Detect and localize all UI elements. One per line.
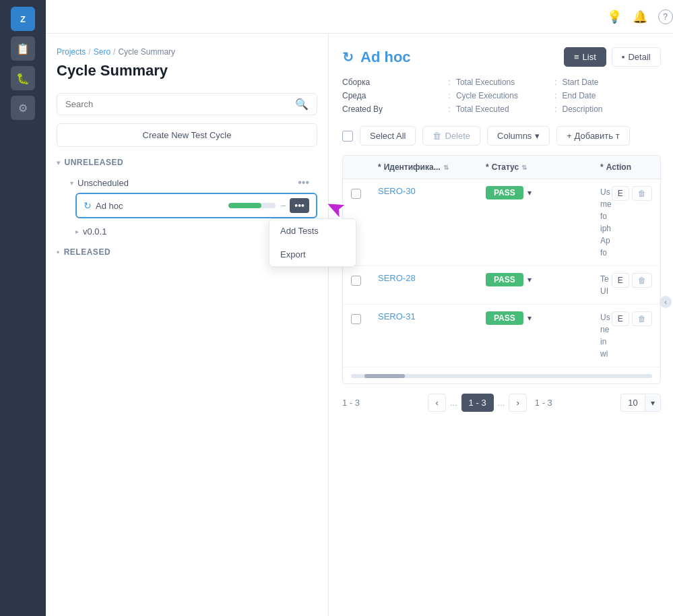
row3-desc: Us ne in wi — [600, 311, 612, 360]
list-view-button[interactable]: ≡ List — [564, 47, 606, 67]
row1-desc: Us me fo iph Ap fo — [600, 186, 612, 259]
detail-view-button[interactable]: ▪ Detail — [612, 47, 661, 67]
unscheduled-menu-button[interactable]: ••• — [294, 175, 313, 190]
select-all-checkbox[interactable] — [342, 131, 353, 142]
row2-delete-button[interactable]: 🗑 — [632, 273, 652, 288]
unscheduled-label: Unscheduled — [77, 178, 129, 188]
th-id-sort-icon[interactable]: ⇅ — [443, 164, 449, 171]
row3-id-link[interactable]: SERO-31 — [378, 311, 416, 321]
unscheduled-chevron-icon: ▾ — [70, 179, 73, 187]
row2-checkbox[interactable] — [343, 266, 370, 292]
content-area: Projects / Sero / Cycle Summary Cycle Su… — [46, 34, 673, 616]
version-label: v0.0.1 — [83, 226, 106, 237]
breadcrumb: Projects / Sero / Cycle Summary — [57, 47, 317, 57]
meta-row-3: : Start Date — [554, 78, 661, 87]
th-status[interactable]: * Статус ⇅ — [478, 156, 592, 179]
row1-edit-button[interactable]: E — [612, 186, 629, 201]
row1-id-link[interactable]: SERO-30 — [378, 186, 416, 196]
horizontal-scrollbar[interactable] — [343, 367, 660, 383]
main-panel: ↻ Ad hoc ≡ List ▪ Detail — [329, 34, 673, 616]
meta-row-6: : End Date — [554, 91, 661, 100]
th-status-sort-icon[interactable]: ⇅ — [521, 164, 527, 171]
meta-row-8: : Total Executed — [449, 104, 555, 114]
row2-pass-label: PASS — [486, 273, 523, 286]
row3-delete-button[interactable]: 🗑 — [632, 311, 652, 326]
help-icon[interactable]: ? — [658, 9, 673, 24]
th-action[interactable]: * Action — [592, 156, 660, 179]
page-range-left: 1 - 3 — [342, 398, 360, 408]
current-page-button[interactable]: 1 - 3 — [461, 394, 494, 412]
table-row: SERO-31 PASS ▾ Us ne in wi — [343, 305, 660, 367]
row2-action: Te UI E 🗑 — [592, 266, 660, 304]
cycle-progress-bar — [228, 203, 276, 208]
row2-checkbox-input[interactable] — [351, 276, 361, 286]
page-controls: ‹ ... 1 - 3 ... › 1 - 3 — [428, 394, 552, 412]
table-header: * Идентифика... ⇅ * Статус ⇅ * Action — [343, 156, 660, 179]
per-page-arrow-icon[interactable]: ▾ — [645, 395, 660, 411]
meta-label-2: Среда — [342, 91, 366, 100]
bell-icon[interactable]: 🔔 — [633, 9, 647, 24]
row3-checkbox[interactable] — [343, 305, 370, 331]
meta-row-7: Created By — [342, 104, 449, 114]
row2-status-dropdown[interactable]: ▾ — [526, 274, 533, 286]
sidebar: Projects / Sero / Cycle Summary Cycle Su… — [46, 34, 329, 616]
cycle-menu-button[interactable]: ••• — [290, 198, 309, 213]
row3-action: Us ne in wi E 🗑 — [592, 305, 660, 367]
test-table: * Идентифика... ⇅ * Статус ⇅ * Action — [342, 155, 661, 384]
th-id[interactable]: * Идентифика... ⇅ — [370, 156, 478, 179]
table-row: SERO-28 PASS ▾ Te UI — [343, 266, 660, 305]
cycle-item-adhoc[interactable]: ↻ Ad hoc − ••• Add Tests Export — [75, 193, 317, 218]
released-dot-icon: • — [57, 247, 60, 257]
meta-label-1: Сборка — [342, 78, 370, 87]
bulb-icon[interactable]: 💡 — [607, 9, 622, 24]
panel-title-text: Ad hoc — [360, 49, 411, 66]
row1-id: SERO-30 — [370, 179, 478, 203]
per-page-selector[interactable]: 10 ▾ — [620, 394, 660, 412]
cycle-name-label: Ad hoc — [96, 201, 223, 211]
row1-checkbox-input[interactable] — [351, 189, 361, 199]
meta-row-9: : Description — [554, 104, 661, 114]
detail-icon: ▪ — [622, 52, 625, 62]
unreleased-section-header[interactable]: ▾ UNRELEASED — [57, 158, 317, 167]
panel-header: ↻ Ad hoc ≡ List ▪ Detail — [342, 47, 661, 67]
delete-button[interactable]: 🗑 Delete — [422, 126, 480, 146]
row2-action-group: Te UI E 🗑 — [600, 273, 652, 297]
collapse-sidebar-button[interactable]: ‹ — [660, 296, 672, 308]
breadcrumb-projects[interactable]: Projects — [57, 47, 86, 57]
nav-icon-2[interactable]: 🐛 — [11, 66, 35, 90]
row3-id: SERO-31 — [370, 305, 478, 328]
nav-icon-home[interactable]: Z — [11, 7, 35, 31]
row2-id-link[interactable]: SERO-28 — [378, 273, 416, 283]
prev-page-button[interactable]: ‹ — [428, 394, 445, 412]
row1-delete-button[interactable]: 🗑 — [632, 186, 652, 201]
breadcrumb-sero[interactable]: Sero — [94, 47, 110, 57]
select-all-button[interactable]: Select All — [360, 126, 416, 146]
create-test-cycle-button[interactable]: Create New Test Cycle — [57, 123, 317, 147]
row2-status-badge: PASS ▾ — [486, 273, 533, 286]
search-input[interactable] — [65, 99, 295, 109]
export-menu-item[interactable]: Export — [269, 243, 356, 266]
trash-icon: 🗑 — [432, 131, 441, 141]
left-rail: Z 📋 🐛 ⚙ — [0, 0, 46, 616]
meta-row-1: Сборка — [342, 78, 449, 87]
list-icon: ≡ — [574, 52, 579, 62]
nav-icon-1[interactable]: 📋 — [11, 36, 35, 61]
add-button[interactable]: + Добавить т — [556, 126, 629, 146]
row3-action-group: Us ne in wi E 🗑 — [600, 311, 652, 360]
next-page-button[interactable]: › — [509, 394, 526, 412]
row3-action-icons: E 🗑 — [612, 311, 652, 326]
row3-status-dropdown[interactable]: ▾ — [526, 312, 533, 324]
row2-edit-button[interactable]: E — [612, 273, 629, 288]
row1-status-dropdown[interactable]: ▾ — [526, 187, 533, 199]
meta-label-3: Created By — [342, 104, 383, 114]
unscheduled-header[interactable]: ▾ Unscheduled ••• — [66, 173, 317, 193]
row2-id: SERO-28 — [370, 266, 478, 290]
list-label: List — [583, 52, 596, 62]
version-chevron-icon: ▸ — [75, 228, 79, 235]
row3-checkbox-input[interactable] — [351, 314, 361, 324]
columns-button[interactable]: Columns ▾ — [487, 126, 550, 146]
nav-icon-3[interactable]: ⚙ — [11, 96, 35, 120]
released-label: RELEASED — [64, 247, 110, 257]
columns-chevron-icon: ▾ — [535, 131, 540, 141]
row3-edit-button[interactable]: E — [612, 311, 629, 326]
